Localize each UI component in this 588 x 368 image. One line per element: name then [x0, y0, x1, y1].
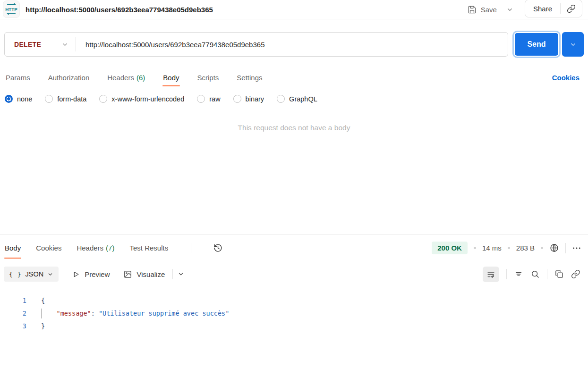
body-type-binary[interactable]: binary — [233, 95, 264, 103]
copy-link-button[interactable] — [561, 4, 582, 13]
divider — [506, 269, 507, 279]
tab-body[interactable]: Body — [162, 69, 180, 86]
save-options-button[interactable] — [501, 3, 519, 16]
response-history-button[interactable] — [213, 243, 223, 253]
radio-icon — [99, 95, 107, 103]
send-split-button: Send — [512, 32, 584, 57]
dot-separator — [508, 247, 510, 249]
code-text: { — [41, 294, 45, 307]
response-tab-body[interactable]: Body — [4, 236, 22, 260]
play-icon — [72, 270, 80, 278]
empty-body-message: This request does not have a body — [0, 124, 588, 132]
code-text: "message": "Utilisateur supprimé avec su… — [41, 307, 229, 320]
url-input[interactable]: http://localhost:5000/users/692b3eea7794… — [85, 41, 265, 49]
request-url-box: DELETE http://localhost:5000/users/692b3… — [4, 32, 508, 57]
radio-icon — [233, 95, 241, 103]
divider — [547, 269, 547, 279]
clock-history-icon — [213, 243, 223, 253]
http-request-icon: HTTP — [3, 0, 20, 18]
tab-scripts[interactable]: Scripts — [196, 69, 220, 86]
response-tab-cookies[interactable]: Cookies — [35, 236, 62, 260]
send-button[interactable]: Send — [514, 32, 559, 57]
tab-authorization[interactable]: Authorization — [47, 69, 91, 86]
chevron-down-icon — [506, 6, 513, 13]
link-icon — [571, 269, 580, 279]
copy-response-button[interactable] — [554, 269, 564, 279]
share-response-button[interactable] — [571, 269, 580, 279]
response-meta: 200 OK 14 ms 283 B — [432, 242, 581, 254]
wrap-text-button[interactable] — [483, 267, 499, 282]
line-number: 3 — [0, 320, 26, 333]
divider — [76, 37, 76, 51]
body-type-raw[interactable]: raw — [197, 95, 220, 103]
radio-icon — [197, 95, 205, 103]
response-headers-count: (7) — [106, 244, 114, 252]
search-icon — [530, 269, 540, 279]
request-tabs: Params Authorization Headers(6) Body Scr… — [0, 69, 588, 86]
code-text: } — [41, 320, 45, 333]
response-actions-button[interactable] — [572, 243, 581, 253]
response-time[interactable]: 14 ms — [482, 244, 502, 252]
response-tab-headers[interactable]: Headers(7) — [76, 236, 115, 260]
ellipsis-icon — [572, 243, 581, 253]
response-tab-test-results[interactable]: Test Results — [128, 236, 169, 260]
body-type-graphql[interactable]: GraphQL — [277, 95, 317, 103]
network-info-button[interactable] — [549, 243, 559, 253]
status-badge[interactable]: 200 OK — [432, 242, 468, 254]
share-button-group: Share — [525, 0, 582, 17]
response-toolbar: { } JSON Preview Visualize — [0, 263, 588, 285]
braces-icon: { } — [9, 271, 21, 278]
chevron-down-icon — [570, 41, 577, 48]
response-size[interactable]: 283 B — [516, 244, 535, 252]
search-button[interactable] — [530, 269, 540, 279]
chevron-down-icon — [178, 271, 184, 277]
tab-settings[interactable]: Settings — [236, 69, 263, 86]
divider — [191, 243, 191, 253]
svg-text:HTTP: HTTP — [5, 7, 17, 12]
wrap-text-icon — [486, 270, 495, 279]
code-line: 3 } — [0, 320, 588, 333]
headers-count: (6) — [136, 74, 145, 82]
tab-params[interactable]: Params — [5, 69, 31, 86]
preview-button[interactable]: Preview — [72, 270, 110, 278]
response-pane: Body Cookies Headers(7) Test Results 200… — [0, 234, 588, 333]
image-icon — [123, 270, 132, 279]
response-body-editor[interactable]: 1 { 2 "message": "Utilisateur supprimé a… — [0, 294, 588, 333]
visualize-button[interactable]: Visualize — [123, 269, 185, 279]
code-line: 1 { — [0, 294, 588, 307]
response-format-selector[interactable]: { } JSON — [4, 267, 59, 282]
radio-icon — [45, 95, 53, 103]
chevron-down-icon — [61, 41, 68, 48]
share-button[interactable]: Share — [525, 5, 560, 13]
copy-icon — [554, 269, 564, 279]
line-number: 2 — [0, 307, 26, 320]
method-label: DELETE — [14, 41, 41, 48]
chevron-down-icon — [47, 271, 53, 277]
globe-icon — [549, 243, 559, 253]
cookies-link[interactable]: Cookies — [552, 74, 579, 82]
save-label: Save — [481, 6, 497, 14]
divider — [172, 269, 173, 279]
dot-separator — [474, 247, 476, 249]
save-icon — [468, 5, 477, 14]
body-type-options: none form-data x-www-form-urlencoded raw… — [0, 95, 588, 103]
tab-headers[interactable]: Headers(6) — [106, 69, 146, 86]
method-selector[interactable]: DELETE — [5, 41, 76, 48]
dot-separator — [541, 247, 543, 249]
body-type-none[interactable]: none — [5, 95, 32, 103]
request-title: http://localhost:5000/users/692b3eea7794… — [26, 6, 213, 14]
body-type-form-data[interactable]: form-data — [45, 95, 86, 103]
radio-icon — [277, 95, 285, 103]
format-lines-icon — [514, 269, 523, 279]
body-type-urlencoded[interactable]: x-www-form-urlencoded — [99, 95, 184, 103]
radio-selected-icon — [5, 95, 13, 103]
save-button[interactable]: Save — [464, 2, 501, 17]
request-title-bar: HTTP http://localhost:5000/users/692b3ee… — [0, 0, 588, 19]
code-line: 2 "message": "Utilisateur supprimé avec … — [0, 307, 588, 320]
divider — [565, 243, 566, 253]
beautify-button[interactable] — [514, 269, 523, 279]
send-options-button[interactable] — [562, 32, 584, 57]
request-pane: DELETE http://localhost:5000/users/692b3… — [0, 32, 588, 234]
json-value: "Utilisateur supprimé avec succès" — [99, 309, 229, 317]
json-key: "message" — [57, 309, 91, 317]
